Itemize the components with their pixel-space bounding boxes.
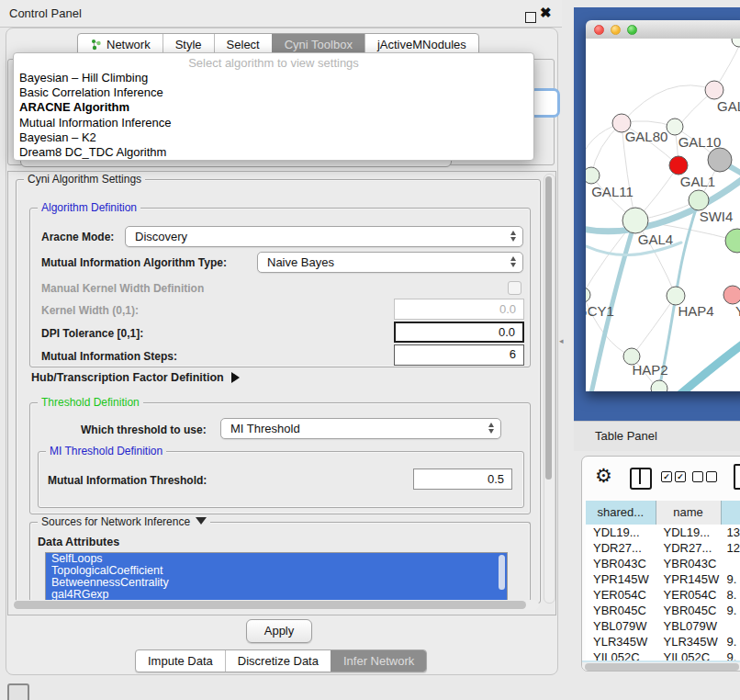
- network-node[interactable]: [732, 39, 740, 47]
- table-row[interactable]: YDL19...YDL19...13: [586, 525, 740, 540]
- table-row[interactable]: YDR27...YDR27...12: [586, 540, 740, 556]
- table-horizontal-scrollbar[interactable]: [582, 660, 740, 672]
- table-panel-box: ⚙ ✓ ✓ shared... name YDL19...YDL19...13Y…: [581, 456, 740, 672]
- apply-button[interactable]: Apply: [246, 619, 312, 643]
- table-cell: YBR045C: [656, 603, 722, 618]
- deselect-all-checkbox-icon[interactable]: [692, 471, 703, 482]
- column-header-shared[interactable]: shared...: [586, 501, 656, 525]
- close-icon[interactable]: ✖: [540, 5, 552, 21]
- tab-infer-network[interactable]: Infer Network: [331, 650, 426, 672]
- data-attributes-list[interactable]: SelfLoops TopologicalCoefficient Between…: [45, 552, 508, 602]
- split-pane-collapse-handle[interactable]: ◂: [559, 336, 564, 345]
- aracne-mode-combo[interactable]: Discovery: [125, 226, 523, 247]
- network-node-GAL10[interactable]: [667, 119, 683, 135]
- network-node-GCY1[interactable]: [586, 288, 590, 302]
- network-window[interactable]: GALGAL80GAL10GAL1GAL11SWI4GAL4GCY1HAP4YH…: [586, 20, 740, 391]
- dpi-tolerance-label: DPI Tolerance [0,1]:: [41, 327, 143, 340]
- network-edge: [679, 338, 740, 391]
- algorithm-definition-group: Algorithm Definition Aracne Mode: Discov…: [29, 208, 531, 367]
- network-node-GAL1[interactable]: [669, 156, 688, 175]
- table-cell: YLR345W: [586, 634, 656, 649]
- network-node[interactable]: [651, 380, 667, 391]
- manual-kernel-checkbox[interactable]: [508, 281, 521, 295]
- table-row[interactable]: YBR045CYBR045C9.: [586, 603, 740, 618]
- table-cell: 9.: [721, 571, 740, 587]
- network-node-label: GAL1: [680, 174, 715, 189]
- column-header-clipped[interactable]: [722, 501, 740, 525]
- network-node-label: GAL11: [591, 184, 633, 199]
- tab-select-label: Select: [227, 38, 260, 51]
- which-threshold-label: Which threshold to use:: [81, 423, 207, 436]
- network-node-label: HAP4: [678, 303, 713, 319]
- table-row[interactable]: YPR145WYPR145W9.: [586, 571, 740, 587]
- network-canvas[interactable]: GALGAL80GAL10GAL1GAL11SWI4GAL4GCY1HAP4YH…: [586, 39, 740, 391]
- gear-icon[interactable]: ⚙: [595, 465, 612, 487]
- algorithm-option[interactable]: Basic Correlation Inference: [17, 85, 530, 100]
- dpi-tolerance-field[interactable]: 0.0: [394, 322, 524, 343]
- columns-icon[interactable]: [630, 468, 652, 490]
- tab-discretize-data-label: Discretize Data: [238, 654, 319, 668]
- algorithm-option[interactable]: Bayesian – Hill Climbing: [17, 71, 530, 85]
- cyni-settings-group-title: Cyni Algorithm Settings: [24, 173, 145, 186]
- sources-group: Sources for Network Inference Data Attri…: [29, 522, 531, 602]
- hub-section-label: Hub/Transcription Factor Definition: [31, 371, 224, 384]
- aracne-mode-value: Discovery: [135, 230, 187, 243]
- table-cell: YIL052C: [586, 649, 656, 660]
- tab-discretize-data[interactable]: Discretize Data: [225, 650, 331, 672]
- tab-style-label: Style: [175, 38, 202, 51]
- manual-kernel-label: Manual Kernel Width Definition: [41, 282, 204, 295]
- network-node-GAL11[interactable]: [586, 167, 600, 184]
- network-window-titlebar[interactable]: [586, 20, 740, 40]
- document-icon[interactable]: [734, 464, 740, 490]
- table-body: YDL19...YDL19...13YDR27...YDR27...12YBR0…: [586, 525, 740, 660]
- sources-group-title[interactable]: Sources for Network Inference: [38, 515, 210, 528]
- algorithm-option-selected[interactable]: ARACNE Algorithm: [17, 100, 530, 115]
- minimize-traffic-light-icon[interactable]: [611, 25, 621, 35]
- settings-horizontal-scrollbar[interactable]: [12, 600, 539, 610]
- network-node-label: Y: [735, 303, 740, 319]
- table-row[interactable]: YER054CYER054C8.: [586, 587, 740, 603]
- settings-vertical-scrollbar[interactable]: [544, 174, 555, 604]
- select-all-checkbox-icon[interactable]: ✓: [675, 471, 686, 482]
- table-row[interactable]: YBR043CYBR043C: [586, 556, 740, 571]
- mi-type-label: Mutual Information Algorithm Type:: [41, 256, 227, 269]
- algorithm-option[interactable]: Dream8 DC_TDC Algorithm: [17, 145, 530, 160]
- stepper-arrows-icon: [510, 256, 516, 267]
- attribute-item-selected[interactable]: BetweennessCentrality: [46, 577, 507, 589]
- table-row[interactable]: YBL079WYBL079W: [586, 618, 740, 634]
- network-node[interactable]: [725, 229, 740, 253]
- network-node-GAL4[interactable]: [622, 208, 648, 233]
- which-threshold-combo[interactable]: MI Threshold: [220, 418, 501, 439]
- tab-network-label: Network: [107, 38, 151, 51]
- table-header-row: shared... name: [586, 501, 740, 525]
- attribute-list-scrollbar[interactable]: [499, 555, 505, 590]
- network-node-Y[interactable]: [723, 286, 740, 304]
- column-header-name[interactable]: name: [656, 501, 722, 525]
- deselect-all-checkbox-icon[interactable]: [706, 471, 717, 482]
- cyni-settings-viewport: Cyni Algorithm Settings Algorithm Defini…: [7, 171, 556, 615]
- float-window-icon[interactable]: [525, 12, 536, 23]
- zoom-traffic-light-icon[interactable]: [627, 25, 637, 35]
- network-tab-icon: [90, 39, 102, 51]
- mi-type-combo[interactable]: Naive Bayes: [257, 252, 523, 273]
- mi-type-value: Naive Bayes: [267, 255, 334, 269]
- mi-threshold-field[interactable]: 0.5: [413, 469, 512, 490]
- mi-steps-field[interactable]: 6: [394, 344, 524, 366]
- table-row[interactable]: YIL052CYIL052C9.: [586, 649, 740, 660]
- select-all-checkbox-icon[interactable]: ✓: [661, 471, 672, 482]
- hub-section-toggle[interactable]: Hub/Transcription Factor Definition: [31, 371, 240, 384]
- network-node[interactable]: [708, 148, 732, 172]
- close-traffic-light-icon[interactable]: [594, 25, 604, 35]
- algorithm-option[interactable]: Bayesian – K2: [17, 130, 530, 145]
- network-node-GAL[interactable]: [705, 81, 723, 99]
- table-panel-titlebar: Table Panel: [574, 421, 740, 451]
- network-node-SWI4[interactable]: [689, 190, 709, 210]
- table-cell: YIL052C: [656, 649, 722, 660]
- tab-impute-data[interactable]: Impute Data: [136, 650, 225, 672]
- floating-panel-icon[interactable]: [7, 683, 29, 700]
- algorithm-option[interactable]: Mutual Information Inference: [17, 116, 530, 130]
- kernel-width-field[interactable]: 0.0: [394, 299, 524, 320]
- table-row[interactable]: YLR345WYLR345W9.: [586, 634, 740, 649]
- network-node-HAP4[interactable]: [667, 287, 685, 305]
- tab-impute-data-label: Impute Data: [148, 654, 213, 668]
